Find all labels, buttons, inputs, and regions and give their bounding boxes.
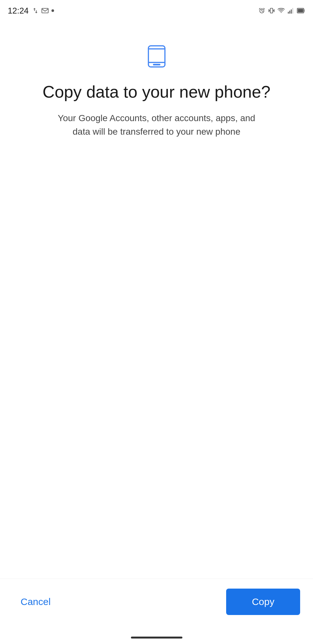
svg-rect-7 (291, 9, 292, 14)
bottom-actions: Cancel Copy (0, 579, 313, 634)
notification-dot (51, 9, 54, 12)
status-bar-left: 12:24 (8, 6, 54, 16)
arrows-icon (32, 7, 39, 14)
svg-point-1 (51, 9, 54, 12)
alarm-icon (258, 7, 265, 14)
vibrate-icon (268, 7, 275, 14)
home-bar-line (131, 637, 182, 639)
main-content: Copy data to your new phone? Your Google… (0, 19, 313, 579)
svg-rect-12 (153, 64, 160, 65)
phone-icon (145, 45, 168, 68)
home-bar (0, 634, 313, 644)
wifi-icon (278, 7, 285, 14)
svg-point-4 (281, 12, 282, 13)
svg-rect-6 (289, 11, 290, 14)
signal-icon (287, 7, 294, 14)
phone-icon-container (145, 45, 168, 69)
copy-button[interactable]: Copy (226, 589, 300, 615)
svg-rect-0 (42, 8, 48, 13)
gmail-icon (41, 8, 49, 14)
status-right-icons (258, 7, 305, 14)
svg-rect-5 (288, 12, 289, 14)
status-bar: 12:24 (0, 0, 313, 19)
status-left-icons (32, 7, 54, 14)
page-subtitle: Your Google Accounts, other accounts, ap… (51, 111, 263, 139)
status-time: 12:24 (8, 6, 29, 16)
svg-rect-8 (292, 8, 293, 14)
cancel-button[interactable]: Cancel (13, 590, 58, 614)
svg-rect-10 (298, 9, 303, 12)
page-title: Copy data to your new phone? (42, 82, 270, 102)
svg-rect-3 (270, 8, 272, 13)
battery-icon (297, 7, 305, 14)
